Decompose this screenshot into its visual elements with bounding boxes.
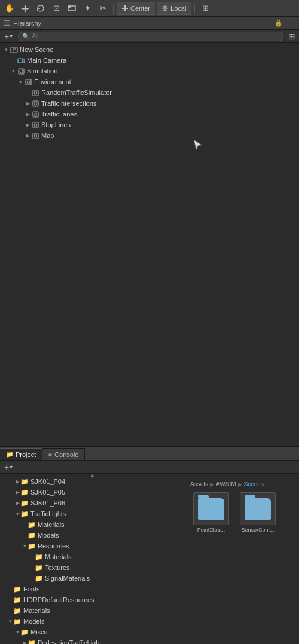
arrow-models[interactable]: ▾ [7, 618, 13, 625]
hierarchy-grid-icon[interactable]: ⊞ [287, 32, 297, 41]
file-item-pedestrian-traffic-light[interactable]: ▶ 📁 PedestrianTrafficLight [0, 637, 185, 644]
center-button[interactable]: Center [117, 2, 155, 15]
tree-item-simulation[interactable]: ▾ Simulation [0, 66, 299, 76]
svg-rect-7 [19, 69, 24, 74]
svg-point-8 [20, 70, 23, 73]
file-item-resources[interactable]: ▾ 📁 Resources [0, 541, 185, 551]
label-fonts: Fonts [23, 585, 40, 593]
tab-console[interactable]: ≡ Console [42, 448, 85, 460]
move-tool-button[interactable] [18, 2, 32, 15]
svg-point-16 [34, 113, 37, 116]
breadcrumb: Assets ▶ AWSIM ▶ Scenes [190, 479, 294, 490]
tree-label-new-scene: New Scene [20, 46, 53, 53]
folder-icon-miscs: 📁 [20, 628, 29, 636]
tree-item-traffic-lanes[interactable]: ▶ TrafficLanes [0, 109, 299, 119]
svg-rect-17 [33, 122, 38, 128]
project-right-panel: Assets ▶ AWSIM ▶ Scenes PointClou... [185, 474, 299, 644]
folder-icon-resources: 📁 [28, 542, 36, 550]
tree-item-map[interactable]: ▶ Map [0, 130, 299, 141]
tree-item-new-scene[interactable]: ▾ New Scene [0, 44, 299, 55]
arrow-sjk01-p06[interactable]: ▶ [14, 499, 20, 507]
folder-large-icon-sensorconf [245, 498, 271, 520]
hierarchy-tree: ▾ New Scene ▶ Main Camera [0, 43, 299, 142]
tree-item-stop-lines[interactable]: ▶ StopLines [0, 119, 299, 130]
file-item-miscs[interactable]: ▾ 📁 Miscs [0, 627, 185, 637]
search-icon: 🔍 [22, 33, 29, 39]
svg-point-20 [34, 134, 37, 137]
tree-arrow-simulation[interactable]: ▾ [10, 68, 17, 75]
asset-label-pointclou: PointClou... [190, 527, 232, 533]
tree-arrow-traffic-lanes[interactable]: ▶ [24, 111, 31, 118]
file-item-hdrp[interactable]: ▶ 📁 HDRPDefaultResources [0, 594, 185, 605]
rotate-tool-button[interactable] [33, 2, 48, 15]
arrow-sjk01-p05[interactable]: ▶ [14, 489, 20, 496]
local-button[interactable]: Local [157, 2, 191, 15]
svg-point-18 [34, 124, 37, 127]
breadcrumb-scenes[interactable]: Scenes [244, 481, 264, 487]
hierarchy-search-box[interactable]: 🔍 [18, 32, 283, 41]
folder-icon-textures: 📁 [35, 564, 43, 572]
asset-label-sensorconf: SensorConf... [237, 527, 279, 533]
hierarchy-search-input[interactable] [32, 33, 279, 39]
arrow-pedestrian-traffic-light[interactable]: ▶ [22, 639, 28, 644]
tree-item-traffic-intersections[interactable]: ▶ TrafficIntersections [0, 98, 299, 109]
grid-button[interactable]: ⊞ [198, 2, 212, 15]
label-tl-materials: Materials [38, 521, 65, 528]
tree-item-environment[interactable]: ▾ Environment [0, 76, 299, 87]
hierarchy-lock-icon[interactable]: 🔒 [274, 19, 283, 28]
file-item-tl-models[interactable]: ▶ 📁 Models [0, 530, 185, 541]
tree-arrow-map[interactable]: ▶ [24, 132, 31, 139]
console-tab-icon: ≡ [48, 451, 52, 458]
tree-arrow-traffic-intersections[interactable]: ▶ [24, 100, 31, 107]
asset-item-sensorconf[interactable]: SensorConf... [237, 492, 279, 533]
file-item-fonts[interactable]: ▶ 📁 Fonts [0, 584, 185, 594]
tree-item-main-camera[interactable]: ▶ Main Camera [0, 55, 299, 66]
asset-thumb-sensorconf [240, 492, 276, 525]
tab-project[interactable]: 📁 Project [0, 448, 42, 460]
svg-rect-9 [26, 79, 31, 85]
toolbar-separator-2 [194, 3, 195, 14]
breadcrumb-awsim[interactable]: AWSIM [216, 481, 236, 487]
folder-icon-fonts: 📁 [13, 585, 22, 593]
folder-large-icon-pointclou [198, 498, 224, 520]
tree-item-random-traffic[interactable]: ▶ RandomTrafficSimulator [0, 87, 299, 98]
svg-rect-1 [68, 6, 70, 8]
toolbar-separator-1 [113, 3, 114, 14]
tree-label-environment: Environment [34, 78, 71, 85]
custom-tool-button[interactable]: ✂ [96, 2, 110, 15]
tree-label-map: Map [41, 132, 54, 139]
rect-tool-button[interactable] [65, 2, 79, 15]
file-item-models[interactable]: ▾ 📁 Models [0, 616, 185, 627]
arrow-miscs[interactable]: ▾ [14, 628, 20, 636]
hierarchy-more-icon[interactable]: ⋮ [286, 19, 295, 28]
transform-tool-button[interactable]: ✦ [80, 2, 94, 15]
file-item-signal-materials[interactable]: ▶ 📁 SignalMaterials [0, 573, 185, 584]
tree-arrow-new-scene[interactable]: ▾ [2, 46, 10, 53]
hierarchy-add-button[interactable]: + ▾ [2, 31, 14, 42]
scene-icon [10, 45, 18, 54]
project-add-button[interactable]: + ▾ [2, 462, 14, 473]
folder-icon-traffic-lights: 📁 [20, 510, 29, 518]
hierarchy-header: ☰ Hierarchy 🔒 ⋮ [0, 17, 299, 30]
file-item-materials[interactable]: ▶ 📁 Materials [0, 605, 185, 616]
file-item-sjk01-p06[interactable]: ▶ 📁 SJK01_P06 [0, 498, 185, 508]
label-traffic-lights: TrafficLights [30, 510, 66, 517]
hand-tool-button[interactable]: ✋ [2, 2, 17, 15]
tree-arrow-environment[interactable]: ▾ [17, 78, 24, 85]
breadcrumb-assets[interactable]: Assets [190, 481, 208, 487]
file-item-res-materials[interactable]: ▶ 📁 Materials [0, 551, 185, 562]
arrow-resources[interactable]: ▾ [22, 542, 28, 550]
gameobj-icon-environment [24, 78, 32, 86]
arrow-traffic-lights[interactable]: ▾ [14, 510, 20, 517]
file-item-sjk01-p05[interactable]: ▶ 📁 SJK01_P05 [0, 487, 185, 498]
arrow-sjk01-p04[interactable]: ▶ [14, 478, 20, 485]
scale-tool-button[interactable]: ⊡ [49, 2, 63, 15]
asset-item-pointclou[interactable]: PointClou... [190, 492, 232, 533]
tree-arrow-stop-lines[interactable]: ▶ [24, 121, 31, 128]
folder-icon-res-materials: 📁 [35, 553, 43, 561]
gameobj-icon-map [31, 131, 39, 140]
file-item-traffic-lights[interactable]: ▾ 📁 TrafficLights [0, 508, 185, 519]
file-item-textures[interactable]: ▶ 📁 Textures [0, 562, 185, 573]
file-item-tl-materials[interactable]: ▶ 📁 Materials [0, 519, 185, 530]
svg-rect-6 [18, 59, 23, 63]
